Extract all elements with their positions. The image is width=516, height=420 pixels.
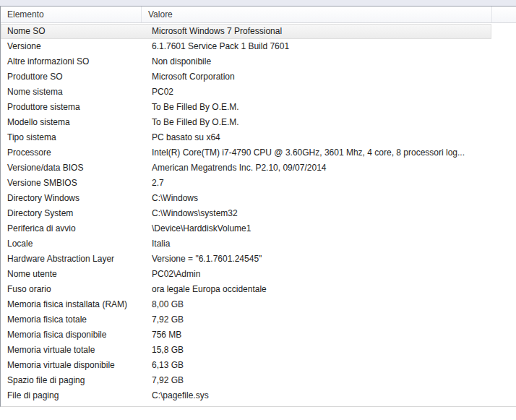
row-value: Versione = "6.1.7601.24545" [142, 252, 516, 267]
table-row[interactable]: Hardware Abstraction Layer Versione = "6… [1, 252, 516, 267]
table-row[interactable]: Memoria fisica installata (RAM) 8,00 GB [1, 297, 516, 312]
table-row[interactable]: Nome sistema PC02 [1, 85, 516, 100]
table-row[interactable]: Directory System C:\Windows\system32 [1, 206, 516, 221]
row-value: Intel(R) Core(TM) i7-4790 CPU @ 3.60GHz,… [142, 145, 516, 160]
row-element-label: Directory Windows [1, 191, 142, 206]
table-row[interactable]: Versione/data BIOS American Megatrends I… [1, 160, 516, 176]
row-value: To Be Filled By O.E.M. [142, 115, 516, 130]
table-row[interactable]: Memoria fisica disponibile 756 MB [1, 327, 516, 343]
row-element-label: Hardware Abstraction Layer [1, 252, 142, 267]
row-element-label: Fuso orario [1, 282, 142, 297]
row-element-label: Nome sistema [1, 85, 142, 100]
table-row[interactable]: Nome SO Microsoft Windows 7 Professional [1, 24, 491, 39]
row-element-label: Spazio file di paging [1, 373, 142, 388]
row-value: ora legale Europa occidentale [142, 282, 516, 297]
table-row[interactable]: Modello sistema To Be Filled By O.E.M. [1, 115, 516, 130]
row-element-label: Nome utente [1, 267, 142, 282]
row-element-label: Memoria virtuale totale [1, 343, 142, 358]
row-element-label: Locale [1, 236, 142, 252]
row-value: 2.7 [142, 176, 516, 191]
table-row[interactable]: Directory Windows C:\Windows [1, 191, 516, 206]
table-row[interactable]: Tipo sistema PC basato su x64 [1, 130, 516, 145]
row-element-label: Versione/data BIOS [1, 160, 142, 176]
table-row[interactable]: Spazio file di paging 7,92 GB [1, 373, 516, 388]
row-value: To Be Filled By O.E.M. [142, 100, 516, 115]
row-value: PC02 [142, 85, 516, 100]
pane-top-strip [0, 0, 516, 7]
row-element-label: Produttore sistema [1, 100, 142, 115]
row-value: 7,92 GB [142, 312, 516, 327]
row-value: 756 MB [142, 327, 516, 343]
row-element-label: Memoria fisica totale [1, 312, 142, 327]
row-element-label: Periferica di avvio [1, 221, 142, 236]
row-value: PC basato su x64 [142, 130, 516, 145]
table-row[interactable]: Processore Intel(R) Core(TM) i7-4790 CPU… [1, 145, 516, 160]
row-element-label: Tipo sistema [1, 130, 142, 145]
row-value: 6.1.7601 Service Pack 1 Build 7601 [142, 39, 516, 54]
row-value: Italia [142, 236, 516, 252]
row-element-label: Directory System [1, 206, 142, 221]
row-element-label: Versione SMBIOS [1, 176, 142, 191]
row-value: C:\Windows [142, 191, 516, 206]
row-value: Microsoft Corporation [142, 69, 516, 85]
table-row[interactable]: Nome utente PC02\Admin [1, 267, 516, 282]
row-value: Microsoft Windows 7 Professional [142, 24, 491, 39]
row-element-label: Altre informazioni SO [1, 54, 142, 69]
row-value: 6,13 GB [142, 358, 516, 373]
row-element-label: Nome SO [1, 24, 142, 39]
table-row[interactable]: Memoria fisica totale 7,92 GB [1, 312, 516, 327]
table-row[interactable]: Memoria virtuale totale 15,8 GB [1, 343, 516, 358]
table-row[interactable]: Produttore sistema To Be Filled By O.E.M… [1, 100, 516, 115]
row-element-label: File di paging [1, 388, 142, 403]
column-headers: Elemento Valore [1, 7, 516, 23]
row-value: American Megatrends Inc. P2.10, 09/07/20… [142, 160, 516, 176]
table-row[interactable]: File di paging C:\pagefile.sys [1, 388, 516, 403]
row-element-label: Memoria fisica installata (RAM) [1, 297, 142, 312]
row-element-label: Processore [1, 145, 142, 160]
row-element-label: Memoria virtuale disponibile [1, 358, 142, 373]
row-element-label: Modello sistema [1, 115, 142, 130]
column-header-elemento[interactable]: Elemento [1, 7, 142, 22]
table-row[interactable]: Fuso orario ora legale Europa occidental… [1, 282, 516, 297]
table-row[interactable]: Altre informazioni SO Non disponibile [1, 54, 516, 69]
row-value: \Device\HarddiskVolume1 [142, 221, 516, 236]
row-element-label: Produttore SO [1, 69, 142, 85]
table-row[interactable]: Versione SMBIOS 2.7 [1, 176, 516, 191]
system-info-table-body: Nome SO Microsoft Windows 7 Professional… [1, 23, 516, 403]
table-row[interactable]: Periferica di avvio \Device\HarddiskVolu… [1, 221, 516, 236]
table-row[interactable]: Produttore SO Microsoft Corporation [1, 69, 516, 85]
row-value: Non disponibile [142, 54, 516, 69]
system-info-pane: Elemento Valore Nome SO Microsoft Window… [0, 7, 516, 407]
row-value: C:\pagefile.sys [142, 388, 516, 403]
row-value: 8,00 GB [142, 297, 516, 312]
row-value: C:\Windows\system32 [142, 206, 516, 221]
row-element-label: Memoria fisica disponibile [1, 327, 142, 343]
row-element-label: Versione [1, 39, 142, 54]
row-value: PC02\Admin [142, 267, 516, 282]
column-header-valore[interactable]: Valore [142, 7, 492, 22]
table-row[interactable]: Memoria virtuale disponibile 6,13 GB [1, 358, 516, 373]
table-row[interactable]: Versione 6.1.7601 Service Pack 1 Build 7… [1, 39, 516, 54]
table-row[interactable]: Locale Italia [1, 236, 516, 252]
row-value: 7,92 GB [142, 373, 516, 388]
row-value: 15,8 GB [142, 343, 516, 358]
column-header-empty [492, 7, 516, 22]
